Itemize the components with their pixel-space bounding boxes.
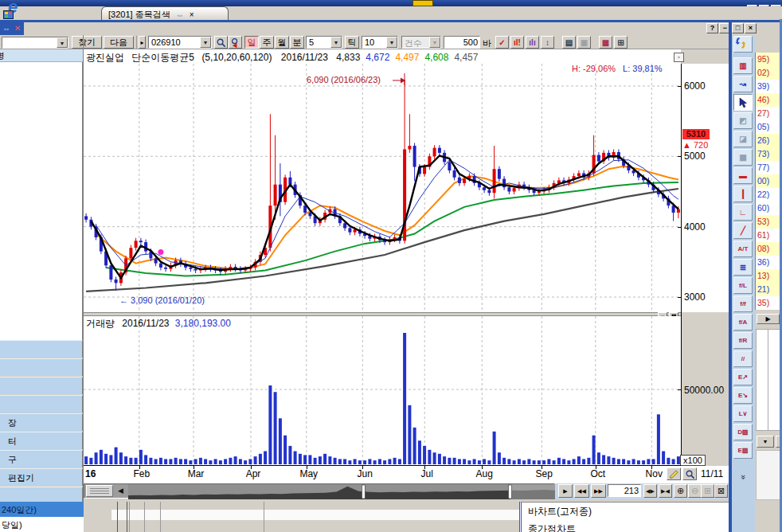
- fibo-fan-tool-icon[interactable]: f/f: [733, 295, 753, 312]
- zoom-button[interactable]: [682, 467, 697, 480]
- chevron-down-icon[interactable]: ▼: [57, 37, 68, 48]
- chevron-down-icon[interactable]: ▼: [200, 37, 211, 48]
- bars-input[interactable]: [444, 36, 480, 49]
- right-list-item[interactable]: 02): [756, 66, 782, 80]
- prev-pane-button[interactable]: ▸: [139, 36, 146, 49]
- pane-restore-button[interactable]: ▫: [674, 53, 684, 62]
- navigator-handle[interactable]: [86, 485, 113, 497]
- chevron-down-icon[interactable]: ▼: [386, 37, 397, 48]
- right-list-item[interactable]: 26): [756, 134, 782, 147]
- right-list-item[interactable]: 35): [756, 296, 782, 310]
- chart-type-menu-item-0[interactable]: 바차트(고저종): [528, 505, 592, 518]
- child-close-button[interactable]: ×: [745, 23, 757, 33]
- signal-bars-icon[interactable]: ıl!: [510, 36, 524, 49]
- app-icon[interactable]: e: [3, 0, 29, 22]
- right-list-item[interactable]: 21): [756, 283, 782, 296]
- search-prev-button[interactable]: [229, 36, 242, 49]
- indicator-check-icon[interactable]: ✓: [495, 36, 509, 49]
- left-menu-row-1[interactable]: [0, 358, 83, 376]
- left-menu-row-4[interactable]: 장: [0, 413, 83, 431]
- chevron-down-icon[interactable]: ▼: [330, 37, 342, 48]
- text-tool-icon[interactable]: A/T: [733, 241, 753, 257]
- pattern-e-tool-icon[interactable]: E▨: [733, 442, 753, 459]
- child-maximize-button[interactable]: □: [732, 23, 744, 33]
- right-list-item[interactable]: 05): [756, 120, 782, 134]
- right-list-item[interactable]: 08): [756, 242, 782, 256]
- parallel-lines-tool-icon[interactable]: ≣: [733, 259, 753, 276]
- refresh-button[interactable]: [733, 36, 753, 53]
- right-list-item[interactable]: 53): [756, 215, 782, 229]
- tick-combo[interactable]: 10▼: [362, 36, 398, 49]
- right-list-item[interactable]: 73): [756, 147, 782, 161]
- shrink-bars-button[interactable]: ▶◀: [659, 484, 672, 498]
- period-button-2[interactable]: 월: [275, 36, 289, 49]
- fibo-arc-tool-icon[interactable]: f/A: [733, 314, 753, 331]
- navigator-track[interactable]: ◀: [84, 483, 555, 499]
- left-menu-row-0[interactable]: [0, 340, 83, 358]
- stock-chart-icon[interactable]: ▦: [599, 36, 612, 49]
- child-help-button[interactable]: ?: [706, 23, 718, 33]
- period-button-0[interactable]: 일: [244, 36, 259, 49]
- price-pane[interactable]: [84, 64, 681, 312]
- right-toolbar-more-icon[interactable]: »: [739, 475, 749, 487]
- left-menu-row-3[interactable]: [0, 395, 83, 413]
- mini-tab-close-icon[interactable]: ✕: [14, 24, 21, 33]
- left-menu-row-2[interactable]: [0, 377, 83, 394]
- chart-type-menu-item-1[interactable]: 종가점차트: [528, 522, 576, 532]
- period-button-1[interactable]: 주: [260, 36, 274, 49]
- period-button-3[interactable]: 분: [290, 36, 304, 49]
- next-button[interactable]: 다음: [104, 36, 134, 49]
- sort-updown-icon[interactable]: ↕: [541, 36, 554, 49]
- right-list-item[interactable]: 27): [756, 107, 782, 120]
- angle-line-tool-icon[interactable]: ∟: [733, 204, 753, 221]
- find-button[interactable]: 찾기: [72, 36, 102, 49]
- minute-combo[interactable]: 5▼: [306, 36, 342, 49]
- left-menu-row-7[interactable]: 편집기: [0, 468, 83, 486]
- right-list-item[interactable]: 39): [756, 80, 782, 93]
- horizontal-line-tool-icon[interactable]: ▬: [733, 167, 753, 184]
- stock-code-combo[interactable]: 026910▼: [148, 36, 212, 49]
- pattern-d-tool-icon[interactable]: D▨: [733, 424, 753, 440]
- elliott-wave-down-icon[interactable]: E↘: [733, 387, 753, 404]
- left-menu-row-5[interactable]: 터: [0, 432, 83, 449]
- right-list-item[interactable]: 60): [756, 201, 782, 215]
- channel-tool-icon[interactable]: //: [733, 350, 753, 367]
- low-high-tool-icon[interactable]: L∨: [733, 405, 753, 422]
- right-list[interactable]: 95)02)39)46)27)05)26)73)77)00)22)60)53)6…: [755, 53, 782, 310]
- right-list-item[interactable]: 36): [756, 256, 782, 269]
- draw-button[interactable]: [667, 467, 681, 480]
- right-list-item[interactable]: 77): [756, 161, 782, 174]
- close-zoom-button[interactable]: ⊠: [714, 484, 728, 498]
- new-page-icon[interactable]: ▤: [562, 36, 576, 49]
- fibo-retracement-tool-icon[interactable]: f/R: [733, 332, 753, 349]
- tab-close-icon[interactable]: ×: [190, 10, 194, 19]
- elliott-wave-up-icon[interactable]: E↗: [733, 369, 753, 385]
- navigator-arrow-icon[interactable]: ◀: [118, 487, 123, 495]
- right-list-item[interactable]: 95): [756, 53, 782, 66]
- zigzag-chart-icon[interactable]: ↝: [733, 76, 753, 92]
- right-list-scroll-button[interactable]: ▶: [757, 314, 780, 324]
- cursor-arrow-icon[interactable]: [733, 94, 753, 111]
- position-input[interactable]: [608, 484, 641, 497]
- right-dropdown-button[interactable]: ▼: [757, 436, 774, 448]
- left-menu-row-6[interactable]: 구: [0, 450, 83, 467]
- left-results-list[interactable]: [0, 62, 83, 340]
- grid-icon[interactable]: ⊞: [614, 36, 628, 49]
- tick-button[interactable]: 틱: [345, 36, 359, 49]
- volume-pane[interactable]: [84, 316, 681, 465]
- right-list-item[interactable]: 61): [756, 229, 782, 242]
- zoom-in-button[interactable]: ⊕: [674, 484, 687, 498]
- trendline-tool-icon[interactable]: ╱: [733, 222, 753, 239]
- vertical-line-tool-icon[interactable]: ┃: [733, 186, 753, 202]
- fibo-line-tool-icon[interactable]: f/L: [733, 277, 753, 294]
- right-list-item[interactable]: 22): [756, 188, 782, 201]
- volume-bars-icon[interactable]: ılı: [526, 36, 539, 49]
- right-list-item[interactable]: 46): [756, 93, 782, 107]
- search-button[interactable]: [214, 36, 228, 49]
- nav-forward-button[interactable]: ▶▶: [591, 484, 606, 498]
- nav-play-button[interactable]: ▶: [558, 484, 573, 498]
- nav-rewind-button[interactable]: ◀◀: [574, 484, 589, 498]
- right-list-item[interactable]: 00): [756, 174, 782, 188]
- find-combo[interactable]: ▼: [2, 37, 68, 49]
- right-list-item[interactable]: 13): [756, 269, 782, 283]
